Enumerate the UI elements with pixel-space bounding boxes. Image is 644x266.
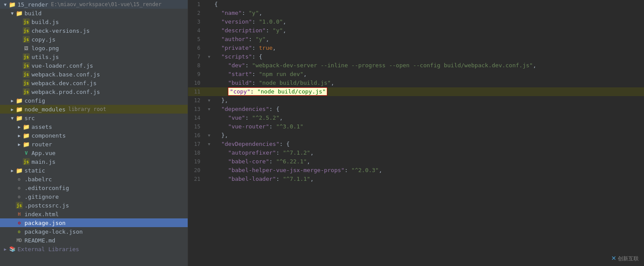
sidebar-item-vue-loader[interactable]: js vue-loader.conf.js (0, 61, 188, 70)
line-num-1: 1 (188, 0, 206, 9)
sidebar-item-logo[interactable]: 🖼 logo.png (0, 44, 188, 52)
code-line-15: 15 "vue-router": "^3.0.1" (188, 122, 644, 131)
root-label: 15_render (18, 1, 48, 8)
sidebar-item-router[interactable]: ▶ 📁 router (0, 140, 188, 149)
gitignore-icon: ⚙ (16, 193, 23, 200)
line-content-21: "babel-loader": "^7.1.1", (213, 175, 644, 183)
sidebar-item-gitignore[interactable]: ⚙ .gitignore (0, 192, 188, 201)
sidebar-item-webpack-base[interactable]: js webpack.base.conf.js (0, 70, 188, 79)
line-num-15: 15 (188, 122, 206, 131)
components-label: components (32, 132, 66, 139)
line-content-11: "copy": "node build/copy.js" (213, 87, 644, 96)
code-line-2: 2 "name": "y", (188, 9, 644, 17)
code-editor: 1 { 2 "name": "y", 3 "version": "1.0.0",… (188, 0, 644, 266)
babelrc-icon: ⚙ (16, 176, 23, 183)
assets-arrow: ▶ (16, 123, 23, 130)
line-num-7: 7 (188, 52, 206, 61)
static-folder-icon: 📁 (16, 167, 23, 174)
components-arrow: ▶ (16, 132, 23, 139)
root-folder-icon: 📁 (9, 1, 16, 8)
sidebar-item-app-vue[interactable]: V App.vue (0, 149, 188, 157)
code-line-5: 5 "author": "y", (188, 35, 644, 44)
assets-folder-icon: 📁 (23, 123, 30, 130)
babelrc-label: .babelrc (24, 176, 52, 183)
index-html-icon: H (16, 211, 23, 218)
code-line-13: 13 ▼ "dependencies": { (188, 105, 644, 114)
line-gutter-7: ▼ (206, 52, 213, 61)
sidebar-item-build-js[interactable]: js build.js (0, 17, 188, 26)
config-folder-icon: 📁 (16, 97, 23, 104)
line-gutter-16: ▼ (206, 131, 213, 140)
sidebar-item-check-versions[interactable]: js check-versions.js (0, 26, 188, 35)
line-content-14: "vue": "^2.5.2", (213, 114, 644, 122)
code-line-14: 14 "vue": "^2.5.2", (188, 114, 644, 122)
sidebar-item-assets[interactable]: ▶ 📁 assets (0, 122, 188, 131)
code-line-11: 11 "copy": "node build/copy.js" (188, 87, 644, 96)
line-content-20: "babel-helper-vue-jsx-merge-props": "^2.… (213, 166, 644, 175)
line-num-3: 3 (188, 17, 206, 26)
sidebar-item-node-modules[interactable]: ▶ 📁 node_modules library root (0, 105, 188, 114)
sidebar-item-index-html[interactable]: H index.html (0, 210, 188, 218)
router-arrow: ▶ (16, 141, 23, 148)
sidebar-item-config[interactable]: ▶ 📁 config (0, 96, 188, 105)
line-num-6: 6 (188, 44, 206, 52)
sidebar-item-utils[interactable]: js utils.js (0, 52, 188, 61)
sidebar-item-editorconfig[interactable]: ⚙ .editorconfig (0, 183, 188, 192)
copy-js-label: copy.js (32, 36, 56, 43)
sidebar-item-babelrc[interactable]: ⚙ .babelrc (0, 175, 188, 183)
code-line-8: 8 "dev": "webpack-dev-server --inline --… (188, 61, 644, 70)
vue-loader-label: vue-loader.conf.js (32, 62, 93, 69)
code-line-9: 9 "start": "npm run dev", (188, 70, 644, 79)
sidebar-item-postcssrc[interactable]: js .postcssrc.js (0, 201, 188, 210)
project-root[interactable]: ▼ 📁 15_render E:\miaov_workspace\01-vue\… (0, 0, 188, 9)
line-num-14: 14 (188, 114, 206, 122)
line-content-17: "devDependencies": { (213, 140, 644, 149)
sidebar-item-static[interactable]: ▶ 📁 static (0, 166, 188, 175)
file-tree[interactable]: ▼ 📁 15_render E:\miaov_workspace\01-vue\… (0, 0, 188, 266)
components-folder-icon: 📁 (23, 132, 30, 139)
index-html-label: index.html (24, 211, 59, 218)
code-line-21: 21 "babel-loader": "^7.1.1", (188, 175, 644, 183)
config-arrow: ▶ (9, 97, 16, 104)
sidebar-item-build[interactable]: ▼ 📁 build (0, 9, 188, 17)
postcssrc-label: .postcssrc.js (24, 202, 69, 209)
sidebar-item-package-json[interactable]: ⚙ package.json (0, 218, 188, 227)
sidebar-item-external-libraries[interactable]: ▶ 📚 External Libraries (0, 245, 188, 253)
check-versions-label: check-versions.js (32, 28, 90, 34)
editorconfig-icon: ⚙ (16, 184, 23, 191)
sidebar-item-webpack-prod[interactable]: js webpack.prod.conf.js (0, 87, 188, 96)
code-line-19: 19 "babel-core": "^6.22.1", (188, 157, 644, 166)
utils-label: utils.js (32, 54, 59, 60)
postcssrc-icon: js (16, 202, 23, 209)
root-arrow: ▼ (2, 1, 9, 8)
webpack-dev-icon: js (23, 79, 30, 86)
ext-lib-icon: 📚 (9, 245, 16, 252)
readme-label: README.md (24, 237, 55, 244)
line-num-17: 17 (188, 140, 206, 149)
code-line-18: 18 "autoprefixer": "^7.1.2", (188, 149, 644, 157)
sidebar-item-main-js[interactable]: js main.js (0, 157, 188, 166)
package-lock-icon: ⚙ (16, 228, 23, 235)
line-num-9: 9 (188, 70, 206, 79)
build-arrow: ▼ (9, 10, 16, 17)
package-lock-label: package-lock.json (24, 228, 83, 235)
sidebar-item-src[interactable]: ▼ 📁 src (0, 114, 188, 122)
sidebar-item-readme[interactable]: MD README.md (0, 236, 188, 245)
build-folder-icon: 📁 (16, 10, 23, 17)
sidebar-item-components[interactable]: ▶ 📁 components (0, 131, 188, 140)
sidebar-item-package-lock-json[interactable]: ⚙ package-lock.json (0, 227, 188, 236)
line-content-19: "babel-core": "^6.22.1", (213, 157, 644, 166)
ext-lib-label: External Libraries (18, 246, 79, 252)
line-content-1: { (213, 0, 644, 9)
watermark-text: 创新互联 (618, 256, 639, 262)
config-label: config (24, 97, 45, 104)
watermark-icon: ✕ (611, 255, 616, 262)
root-path: E:\miaov_workspace\01-vue\15_render (51, 1, 161, 7)
assets-label: assets (32, 124, 52, 130)
src-folder-icon: 📁 (16, 114, 23, 121)
editorconfig-label: .editorconfig (24, 185, 69, 191)
line-num-21: 21 (188, 175, 206, 183)
sidebar-item-copy-js[interactable]: js copy.js (0, 35, 188, 44)
router-folder-icon: 📁 (23, 141, 30, 148)
sidebar-item-webpack-dev[interactable]: js webpack.dev.conf.js (0, 79, 188, 87)
